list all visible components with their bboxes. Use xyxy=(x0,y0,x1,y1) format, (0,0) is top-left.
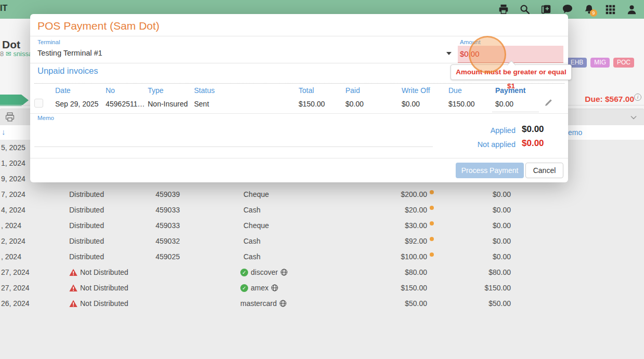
stage-arrow xyxy=(0,95,21,106)
cell-amount: $30.00 xyxy=(354,218,439,233)
col-date: Date xyxy=(55,86,71,95)
due-info-icon[interactable]: i xyxy=(634,94,641,101)
cell-invoice-number: 459033 xyxy=(156,202,180,218)
cell-payment-method: ✓ Cheque xyxy=(240,218,269,233)
col-no: No xyxy=(106,86,115,95)
not-applied-value: $0.00 xyxy=(522,138,544,149)
cell-payment-method: ✓ mastercard xyxy=(240,296,287,311)
invoice-date: Sep 29, 2025 xyxy=(55,100,98,108)
terminal-select[interactable]: Testing Terminal #1 xyxy=(37,49,102,57)
cell-invoice-number: 459032 xyxy=(156,233,180,249)
not-applied-label: Not applied xyxy=(427,140,516,149)
cell-status: Distributed xyxy=(69,187,104,202)
cell-payment-method: ✓ amex xyxy=(240,280,278,296)
table-row[interactable]: , 2024 Distributed 459025 ✓ Cash $100.00… xyxy=(0,249,644,264)
col-type: Type xyxy=(148,86,163,95)
warning-icon xyxy=(69,284,78,292)
cell-amount-secondary: $0.00 xyxy=(458,218,511,233)
cell-date: 7, 2024 xyxy=(1,187,43,202)
info-dot-icon[interactable] xyxy=(430,221,434,225)
cell-payment-method: ✓ discover xyxy=(240,264,288,280)
topbar-text-fragment: IT xyxy=(0,4,7,13)
invoice-total: $150.00 xyxy=(299,100,325,108)
cell-status: Distributed xyxy=(69,218,104,233)
notifications-bell-icon[interactable]: 9 xyxy=(583,3,595,16)
cell-date: , 2024 xyxy=(1,218,43,233)
cell-invoice-number: 459033 xyxy=(156,218,180,233)
cancel-button[interactable]: Cancel xyxy=(525,163,563,178)
cell-amount-secondary: $0.00 xyxy=(458,202,511,218)
cell-invoice-number: 459025 xyxy=(156,249,180,264)
table-row[interactable]: 26, 2024 Not Distributed ✓ mastercard $5… xyxy=(0,296,644,311)
col-write-off: Write Off xyxy=(402,86,430,95)
table-row[interactable]: 27, 2024 Not Distributed ✓ discover $80.… xyxy=(0,264,644,280)
table-row[interactable]: 27, 2024 Not Distributed ✓ amex $150.00 … xyxy=(0,280,644,296)
badge-poc[interactable]: POC xyxy=(613,58,634,68)
invoice-due: $150.00 xyxy=(448,100,475,108)
cell-date: 27, 2024 xyxy=(1,264,43,280)
col-status: Status xyxy=(194,86,215,95)
pos-payment-dialog: POS Payment (Sam Dot) Terminal Testing T… xyxy=(30,14,568,182)
amount-label: Amount xyxy=(460,39,481,45)
cell-status: Not Distributed xyxy=(69,296,128,311)
sort-descending-icon[interactable]: ↓ xyxy=(2,127,6,136)
info-dot-icon[interactable] xyxy=(430,237,434,241)
edit-payment-icon[interactable] xyxy=(544,98,553,109)
col-due: Due xyxy=(448,86,462,95)
cell-amount-secondary: $0.00 xyxy=(458,249,511,264)
notification-badge: 9 xyxy=(590,9,597,17)
cell-date: , 2024 xyxy=(1,249,43,264)
invoice-checkbox[interactable] xyxy=(34,99,43,108)
globe-icon xyxy=(271,284,278,291)
dialog-title: POS Payment (Sam Dot) xyxy=(37,20,160,32)
caret-down-icon[interactable] xyxy=(446,52,452,55)
terminal-label: Terminal xyxy=(37,39,60,45)
unpaid-invoices-title: Unpaid invoices xyxy=(37,66,98,76)
cell-status: Not Distributed xyxy=(69,264,128,280)
memo-input[interactable] xyxy=(34,147,433,147)
cell-status: Distributed xyxy=(69,233,104,249)
invoice-no: 45962511… xyxy=(106,100,145,108)
cell-amount-secondary: $80.00 xyxy=(458,264,511,280)
globe-icon xyxy=(279,300,287,307)
cell-amount: $100.00 xyxy=(354,249,439,264)
cell-amount: $80.00 xyxy=(354,264,439,280)
dotted-divider xyxy=(34,83,564,84)
chevron-down-icon[interactable] xyxy=(629,113,638,124)
warning-icon xyxy=(69,300,78,308)
field-underline xyxy=(30,63,568,63)
email-icon: ✉ xyxy=(6,50,11,58)
invoice-type: Non-Insured xyxy=(148,100,188,108)
cell-amount-secondary: $0.00 xyxy=(458,187,511,202)
table-row[interactable]: 2, 2024 Distributed 459032 ✓ Cash $92.00… xyxy=(0,233,644,249)
print-list-icon[interactable] xyxy=(4,112,16,125)
app-window: IT 9 Do xyxy=(0,0,644,359)
table-row[interactable]: , 2024 Distributed 459033 ✓ Cheque $30.0… xyxy=(0,218,644,233)
info-dot-icon[interactable] xyxy=(430,190,434,194)
memo-label: Memo xyxy=(37,115,54,121)
table-row[interactable]: 7, 2024 Distributed 459039 ✓ Cheque $200… xyxy=(0,187,644,202)
invoice-payment-input[interactable]: $0.00 xyxy=(495,100,513,108)
info-dot-icon[interactable] xyxy=(430,252,434,257)
badge-mig[interactable]: MIG xyxy=(590,58,610,68)
table-row[interactable]: 4, 2024 Distributed 459033 ✓ Cash $20.00… xyxy=(0,202,644,218)
cell-date: 26, 2024 xyxy=(1,296,43,311)
cell-payment-method: ✓ Cash xyxy=(240,249,261,264)
divider xyxy=(30,158,568,158)
cell-amount: $92.00 xyxy=(354,233,439,249)
process-payment-button[interactable]: Process Payment xyxy=(456,163,524,178)
check-icon: ✓ xyxy=(240,269,248,276)
divider xyxy=(30,113,568,114)
applied-value: $0.00 xyxy=(522,124,544,135)
cell-status: Not Distributed xyxy=(69,280,128,296)
cell-date: 4, 2024 xyxy=(1,202,43,218)
info-dot-icon[interactable] xyxy=(430,206,434,210)
apps-grid-icon[interactable] xyxy=(604,3,616,16)
cell-amount: $50.00 xyxy=(354,296,439,311)
cell-payment-method: ✓ Cash xyxy=(240,233,261,249)
globe-icon xyxy=(280,269,288,276)
check-icon: ✓ xyxy=(240,284,248,292)
user-profile-icon[interactable] xyxy=(625,3,638,16)
cell-invoice-number: 459039 xyxy=(156,187,180,202)
applied-label: Applied xyxy=(427,126,516,135)
